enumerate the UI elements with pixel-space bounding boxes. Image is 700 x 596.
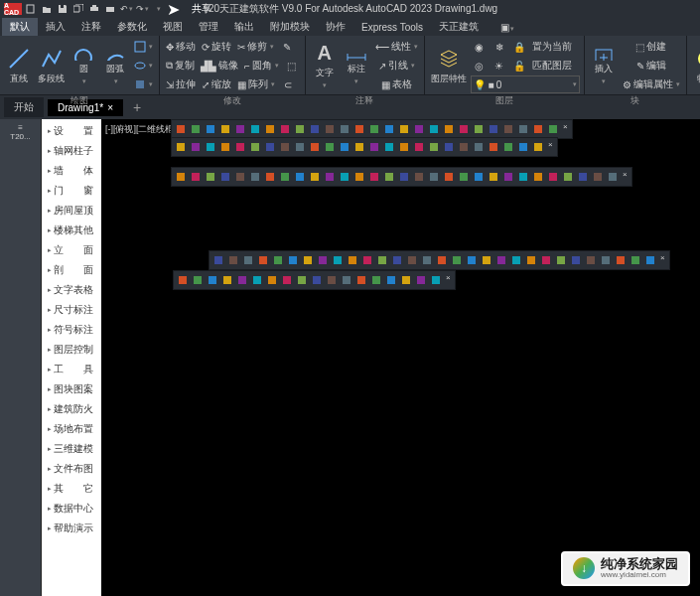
toolbar-1-btn-21[interactable] — [487, 140, 500, 154]
palette-elev[interactable]: 立 面 — [42, 240, 101, 260]
palette-tool[interactable]: 工 具 — [42, 360, 101, 379]
toolbar-3-btn-29[interactable] — [643, 253, 657, 267]
toolbar-2-btn-29[interactable] — [606, 170, 620, 184]
menu-express[interactable]: Express Tools — [353, 20, 431, 35]
toolbar-4-btn-8[interactable] — [295, 273, 309, 287]
toolbar-3-btn-12[interactable] — [390, 253, 404, 267]
toolbar-0-btn-6[interactable] — [263, 122, 277, 136]
toolbar-2-btn-8[interactable] — [293, 170, 307, 184]
mod-e1[interactable]: ✎ — [278, 38, 296, 56]
qat-plot[interactable] — [87, 2, 101, 16]
toolbar-0-close[interactable]: × — [561, 122, 570, 136]
toolbar-2-btn-7[interactable] — [278, 170, 292, 184]
toolbar-1-btn-10[interactable] — [323, 140, 337, 154]
floating-toolbar-3[interactable]: × — [209, 250, 670, 270]
palette-3d[interactable]: 三维建模 — [42, 439, 101, 459]
layer-props-button[interactable]: 图层特性 — [429, 46, 469, 85]
layer-match[interactable]: 匹配图层 — [530, 57, 574, 74]
draw-misc-3[interactable]: ▾ — [132, 75, 155, 93]
menu-default[interactable]: 默认 — [2, 18, 38, 36]
edit-button[interactable]: ✎ 编辑 — [621, 57, 682, 74]
qat-undo[interactable]: ↶▾ — [119, 2, 133, 16]
toolbar-3-btn-19[interactable] — [494, 253, 508, 267]
toolbar-2-btn-14[interactable] — [382, 170, 396, 184]
toolbar-3-btn-21[interactable] — [524, 253, 538, 267]
toolbar-0-btn-3[interactable] — [218, 122, 232, 136]
toolbar-1-btn-3[interactable] — [218, 140, 232, 154]
toolbar-0-btn-17[interactable] — [427, 122, 441, 136]
toolbar-0-btn-16[interactable] — [412, 122, 426, 136]
scale-button[interactable]: ⤢ 缩放 — [200, 75, 233, 93]
qat-print[interactable] — [103, 2, 117, 16]
layer-dropdown[interactable]: 💡 ■ 0▾ — [471, 75, 580, 93]
toolbar-2-btn-22[interactable] — [501, 170, 515, 184]
qat-saveall[interactable] — [71, 2, 85, 16]
toolbar-2-btn-27[interactable] — [576, 170, 590, 184]
floating-toolbar-2[interactable]: × — [171, 167, 632, 187]
toolbar-2-btn-25[interactable] — [546, 170, 560, 184]
toolbar-1-btn-6[interactable] — [263, 140, 277, 154]
floating-toolbar-1[interactable]: × — [171, 137, 558, 157]
toolbar-1-btn-12[interactable] — [352, 140, 366, 154]
toolbar-2-btn-3[interactable] — [218, 170, 232, 184]
toolbar-3-btn-24[interactable] — [569, 253, 583, 267]
toolbar-1-btn-13[interactable] — [367, 140, 381, 154]
nav-strip[interactable]: ≡T20... — [0, 119, 42, 596]
toolbar-1-btn-5[interactable] — [248, 140, 262, 154]
toolbar-0-btn-15[interactable] — [397, 122, 411, 136]
props-button[interactable]: 特性 — [691, 46, 700, 85]
toolbar-3-btn-1[interactable] — [226, 253, 240, 267]
palette-help[interactable]: 帮助演示 — [42, 519, 101, 538]
toolbar-0-btn-22[interactable] — [501, 122, 515, 136]
toolbar-3-close[interactable]: × — [658, 253, 667, 267]
palette-axis[interactable]: 轴网柱子 — [42, 141, 101, 161]
trim-button[interactable]: ✂ 修剪▾ — [235, 38, 276, 56]
floating-toolbar-0[interactable]: × — [171, 119, 573, 139]
toolbar-0-btn-7[interactable] — [278, 122, 292, 136]
palette-text[interactable]: 文字表格 — [42, 280, 101, 300]
toolbar-2-btn-6[interactable] — [263, 170, 277, 184]
menu-manage[interactable]: 管理 — [191, 18, 226, 36]
viewport-controls[interactable]: [-][俯视][二维线框] — [105, 123, 177, 136]
toolbar-1-btn-4[interactable] — [233, 140, 247, 154]
toolbar-4-btn-16[interactable] — [414, 273, 428, 287]
palette-settings[interactable]: 设 置 — [42, 121, 101, 141]
toolbar-0-btn-18[interactable] — [442, 122, 456, 136]
palette-site[interactable]: 场地布置 — [42, 419, 101, 439]
toolbar-4-btn-11[interactable] — [340, 273, 353, 287]
layer-b5[interactable]: ☀ — [490, 57, 508, 74]
toolbar-3-btn-20[interactable] — [509, 253, 523, 267]
toolbar-2-btn-10[interactable] — [323, 170, 337, 184]
toolbar-1-btn-17[interactable] — [427, 140, 441, 154]
rotate-button[interactable]: ⟳ 旋转 — [200, 38, 233, 56]
palette-other[interactable]: 其 它 — [42, 479, 101, 499]
arc-button[interactable]: 圆弧▾ — [100, 46, 130, 85]
menu-addins[interactable]: 附加模块 — [262, 18, 318, 36]
toolbar-1-btn-19[interactable] — [457, 140, 471, 154]
toolbar-2-btn-1[interactable] — [189, 170, 203, 184]
linear-button[interactable]: ⟵ 线性▾ — [373, 38, 420, 56]
toolbar-0-btn-9[interactable] — [308, 122, 322, 136]
toolbar-3-btn-17[interactable] — [465, 253, 479, 267]
insert-button[interactable]: 插入▾ — [589, 46, 619, 85]
drawing-canvas[interactable]: [-][俯视][二维线框] ××××× — [101, 119, 700, 596]
palette-file[interactable]: 文件布图 — [42, 459, 101, 479]
toolbar-3-btn-16[interactable] — [450, 253, 464, 267]
toolbar-4-btn-2[interactable] — [206, 273, 219, 287]
toolbar-2-btn-24[interactable] — [531, 170, 545, 184]
leader-button[interactable]: ↗ 引线▾ — [373, 57, 420, 74]
toolbar-2-btn-20[interactable] — [472, 170, 486, 184]
menu-view[interactable]: 视图 — [155, 18, 191, 36]
toolbar-2-btn-23[interactable] — [516, 170, 530, 184]
toolbar-0-btn-11[interactable] — [338, 122, 351, 136]
toolbar-4-btn-5[interactable] — [250, 273, 264, 287]
toolbar-0-btn-1[interactable] — [189, 122, 203, 136]
toolbar-3-btn-26[interactable] — [599, 253, 613, 267]
toolbar-4-close[interactable]: × — [444, 273, 453, 287]
toolbar-4-btn-13[interactable] — [369, 273, 383, 287]
toolbar-3-btn-8[interactable] — [331, 253, 345, 267]
attr-button[interactable]: ⚙ 编辑属性▾ — [621, 75, 682, 93]
toolbar-4-btn-1[interactable] — [191, 273, 205, 287]
fillet-button[interactable]: ⌐ 圆角▾ — [242, 57, 281, 74]
toolbar-4-btn-6[interactable] — [265, 273, 279, 287]
